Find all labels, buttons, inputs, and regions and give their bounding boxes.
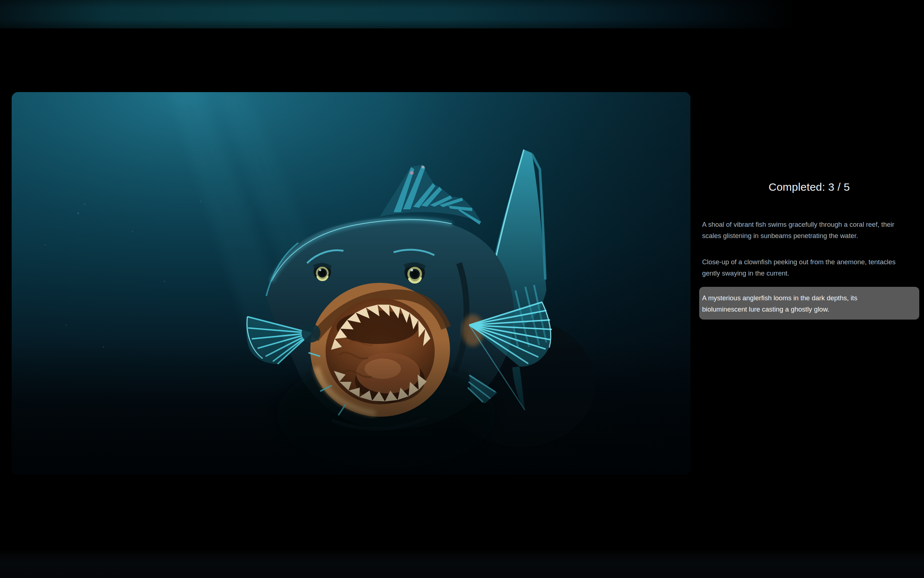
prompt-line: A shoal of vibrant fish swims gracefully… [702,219,917,230]
bottom-ambient-strip [0,549,924,578]
bottom-vignette [11,339,691,475]
prompt-item-1[interactable]: A shoal of vibrant fish swims gracefully… [699,219,919,241]
video-player[interactable] [11,92,691,475]
underwater-video-frame [11,92,691,475]
completed-counter: Completed: 3 / 5 [699,181,919,193]
prompt-line: bioluminescent lure casting a ghostly gl… [702,304,917,315]
pink-spine-tip [410,171,414,175]
prompt-queue-panel: Completed: 3 / 5 A shoal of vibrant fish… [699,0,919,578]
pink-spine-tip [422,166,424,169]
app-screen: Completed: 3 / 5 A shoal of vibrant fish… [0,0,924,578]
prompt-line: scales glistening in sunbeams penetratin… [702,230,917,241]
left-eye [314,263,331,281]
prompt-item-3-active[interactable]: A mysterious anglerfish looms in the dar… [699,287,919,320]
prompt-line: A mysterious anglerfish looms in the dar… [702,292,917,304]
prompt-line: gently swaying in the current. [702,268,917,279]
prompt-line: Close-up of a clownfish peeking out from… [702,256,917,268]
prompt-item-2[interactable]: Close-up of a clownfish peeking out from… [699,256,919,279]
right-eye [405,262,425,283]
